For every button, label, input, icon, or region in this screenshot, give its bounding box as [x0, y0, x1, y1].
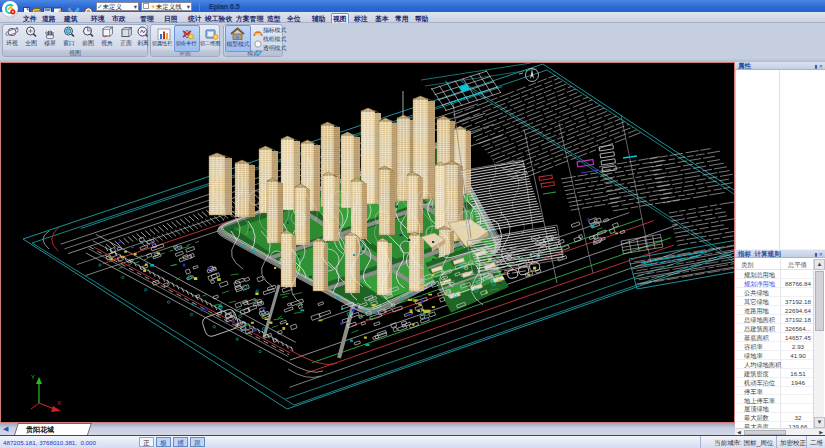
svg-text:Y: Y: [31, 374, 35, 380]
svg-text:X: X: [57, 400, 61, 406]
